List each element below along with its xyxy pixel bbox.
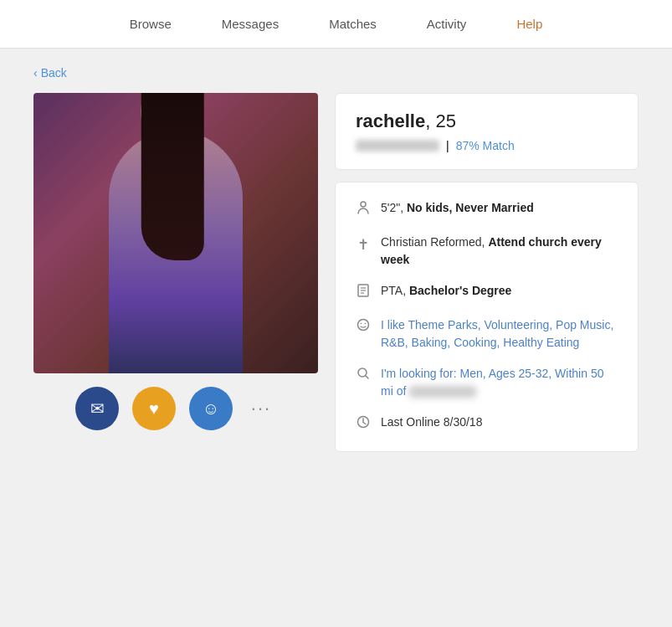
location-blurred bbox=[356, 140, 439, 152]
more-button[interactable]: ··· bbox=[246, 393, 276, 424]
mail-icon: ✉ bbox=[90, 398, 105, 419]
location-blurred-2 bbox=[409, 386, 476, 398]
physical-bold: No kids, Never Married bbox=[407, 201, 534, 214]
svg-line-12 bbox=[363, 423, 366, 424]
religion-bold: Attend church every week bbox=[381, 235, 602, 266]
ellipsis-icon: ··· bbox=[251, 398, 271, 419]
looking-for-text: I'm looking for: Men, Ages 25-32, Within… bbox=[381, 365, 618, 400]
profile-name-age: rachelle, 25 bbox=[356, 110, 618, 132]
interests-value: I like Theme Parks, Volunteering, Pop Mu… bbox=[381, 318, 613, 349]
nav-matches[interactable]: Matches bbox=[329, 13, 377, 34]
name-card: rachelle, 25 | 87% Match bbox=[335, 93, 639, 170]
heart-icon: ♥ bbox=[149, 399, 159, 419]
detail-physical: 5'2", No kids, Never Married bbox=[356, 199, 618, 220]
wink-button[interactable]: ☺ bbox=[189, 387, 233, 430]
pipe-separator: | bbox=[446, 139, 449, 152]
profile-layout: ✉ ♥ ☺ ··· rachelle, 25 bbox=[33, 93, 639, 452]
svg-point-5 bbox=[358, 320, 369, 331]
detail-looking-for: I'm looking for: Men, Ages 25-32, Within… bbox=[356, 365, 618, 400]
last-online-text: Last Online 8/30/18 bbox=[381, 414, 618, 431]
svg-point-7 bbox=[365, 323, 367, 325]
smile-icon: ☺ bbox=[203, 399, 219, 419]
navbar: Browse Messages Matches Activity Help bbox=[0, 0, 672, 49]
left-column: ✉ ♥ ☺ ··· bbox=[33, 93, 318, 430]
detail-religion: ✝ Christian Reformed, Attend church ever… bbox=[356, 234, 618, 269]
location-match-row: | 87% Match bbox=[356, 139, 618, 152]
chevron-left-icon: ‹ bbox=[33, 66, 38, 80]
person-icon bbox=[356, 200, 371, 220]
detail-last-online: Last Online 8/30/18 bbox=[356, 414, 618, 434]
education-bold: Bachelor's Degree bbox=[409, 284, 511, 297]
back-label: Back bbox=[41, 66, 67, 80]
nav-browse[interactable]: Browse bbox=[130, 13, 172, 34]
clock-icon bbox=[356, 414, 371, 434]
detail-education: PTA, Bachelor's Degree bbox=[356, 282, 618, 303]
profile-photo bbox=[33, 93, 318, 373]
right-column: rachelle, 25 | 87% Match bbox=[335, 93, 639, 452]
svg-point-6 bbox=[361, 323, 362, 325]
nav-messages[interactable]: Messages bbox=[222, 13, 279, 34]
back-link[interactable]: ‹ Back bbox=[33, 66, 67, 80]
detail-interests: I like Theme Parks, Volunteering, Pop Mu… bbox=[356, 316, 618, 352]
details-card: 5'2", No kids, Never Married ✝ Christian… bbox=[335, 182, 639, 452]
message-button[interactable]: ✉ bbox=[75, 387, 119, 430]
match-percent: 87% Match bbox=[456, 139, 515, 152]
action-buttons: ✉ ♥ ☺ ··· bbox=[75, 387, 276, 430]
search-icon bbox=[356, 366, 371, 386]
profile-name: rachelle bbox=[356, 110, 425, 131]
cross-icon: ✝ bbox=[356, 234, 371, 256]
like-button[interactable]: ♥ bbox=[132, 387, 176, 430]
profile-age: 25 bbox=[435, 110, 455, 131]
main-content: ‹ Back ✉ ♥ ☺ ··· bbox=[0, 49, 672, 469]
interests-text: I like Theme Parks, Volunteering, Pop Mu… bbox=[381, 316, 618, 352]
nav-help[interactable]: Help bbox=[516, 13, 542, 34]
physical-text: 5'2", No kids, Never Married bbox=[381, 199, 618, 217]
education-text: PTA, Bachelor's Degree bbox=[381, 282, 618, 300]
svg-point-0 bbox=[361, 202, 366, 207]
nav-activity[interactable]: Activity bbox=[427, 13, 467, 34]
smiley-icon bbox=[356, 317, 371, 337]
religion-text: Christian Reformed, Attend church every … bbox=[381, 234, 618, 269]
svg-line-9 bbox=[366, 376, 368, 378]
photo-hair bbox=[141, 93, 204, 260]
document-icon bbox=[356, 283, 371, 303]
